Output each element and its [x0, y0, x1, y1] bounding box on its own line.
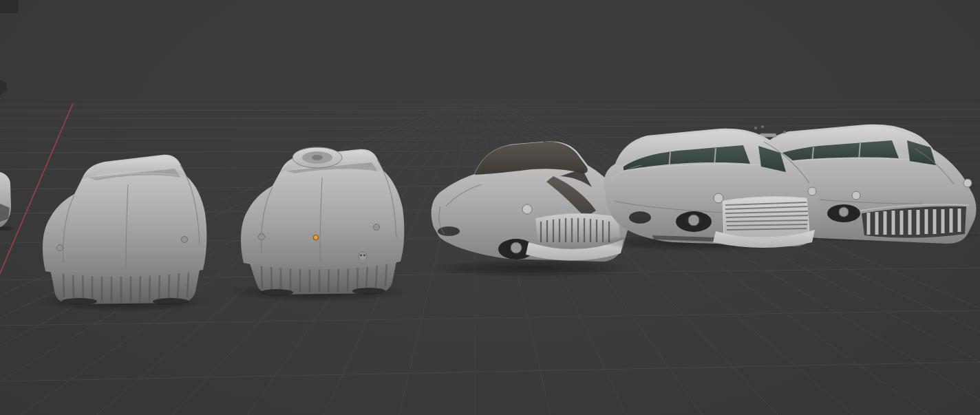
car-model-2[interactable] [227, 147, 409, 301]
car-model-3[interactable] [429, 142, 633, 277]
car-3-front-hubcap [511, 242, 522, 253]
3d-viewport[interactable] [0, 0, 980, 415]
offscreen-object-fragment-top-left[interactable] [0, 0, 19, 13]
car-4-front-hubcap [688, 215, 699, 226]
car-2-fender-ornament-right [374, 224, 380, 231]
object-origin-dot[interactable] [314, 235, 319, 240]
offscreen-object-fragment-left[interactable] [0, 80, 7, 95]
car-4-rear-wheel [629, 211, 651, 224]
car-2-fender-ornament-left [259, 234, 265, 240]
car-model-1[interactable] [36, 155, 212, 312]
car-1-fender-ornament-left [57, 245, 63, 251]
car-2-roof-tire [292, 147, 342, 168]
car-2-wheel-gap-right [352, 288, 385, 295]
car-3-headlight-left [522, 204, 532, 214]
viewport-canvas[interactable] [0, 0, 980, 415]
car-1-wheel-gap-left [61, 298, 97, 305]
car-5-roof-dot [783, 131, 786, 134]
car-4-roof-dot-2 [761, 125, 764, 128]
car-shadow [429, 259, 633, 277]
car-1-wheel-gap-right [153, 298, 189, 305]
car-5-front-hubcap [839, 207, 849, 217]
car-shadow [0, 226, 15, 231]
car-1-fender-ornament-right [182, 237, 188, 243]
car-4-headlight-right [808, 187, 816, 195]
car-model-6-edge-sliver[interactable] [0, 172, 15, 231]
car-4-roof-dot-1 [754, 127, 757, 129]
car-2-wheel-gap-left [260, 289, 293, 296]
car-5-headlight-left [852, 191, 860, 200]
car-4-headlight-left [714, 193, 723, 203]
car-5-headlight-right [963, 179, 972, 187]
